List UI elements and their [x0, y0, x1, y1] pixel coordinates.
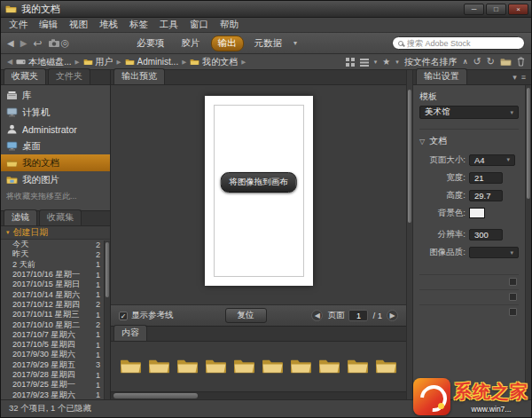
- watermark-text: 系统之家 www.win7...: [454, 380, 528, 414]
- reset-button[interactable]: 复位: [225, 308, 267, 323]
- template-dropdown[interactable]: 美术馆 ▾: [419, 106, 519, 119]
- menu-item[interactable]: 堆栈: [99, 19, 118, 31]
- resolution-input[interactable]: 300: [469, 229, 503, 241]
- tab-filter[interactable]: 滤镜: [4, 209, 37, 225]
- workspace-output[interactable]: 输出: [211, 35, 244, 51]
- group-expand-icon[interactable]: ▾: [6, 229, 10, 236]
- favorites-item-my-documents[interactable]: 我的文档: [1, 154, 110, 171]
- menu-item[interactable]: 帮助: [220, 19, 239, 31]
- menu-item[interactable]: 窗口: [190, 19, 208, 31]
- rating-caret-icon[interactable]: ▾: [395, 59, 399, 66]
- tab-output-settings[interactable]: 输出设置: [416, 68, 467, 84]
- favorites-item-library[interactable]: 库: [1, 87, 110, 104]
- camera-import-icon[interactable]: [48, 38, 60, 48]
- delete-icon[interactable]: [517, 57, 525, 67]
- breadcrumb-label: Administ...: [137, 57, 179, 67]
- tab-content[interactable]: 内容: [113, 325, 147, 341]
- menu-item[interactable]: 编辑: [39, 19, 58, 31]
- new-folder-icon[interactable]: [500, 58, 512, 67]
- search-input[interactable]: [407, 39, 519, 48]
- page-size-dropdown[interactable]: A4 ▾: [469, 154, 515, 166]
- folder-thumbnail[interactable]: [262, 358, 284, 375]
- scrollbar-thumb[interactable]: [408, 90, 411, 223]
- tab-output-preview[interactable]: 输出预览: [113, 68, 165, 84]
- option-checkbox[interactable]: [509, 278, 517, 286]
- list-view-icon[interactable]: [360, 58, 369, 67]
- forward-icon[interactable]: ▶: [20, 39, 27, 48]
- filter-group-created-date[interactable]: ▾ 创建日期: [1, 226, 110, 240]
- sort-by-filename[interactable]: 按文件名排序: [404, 56, 458, 68]
- output-settings-scrollbar[interactable]: [406, 70, 413, 399]
- breadcrumb-drive[interactable]: 本地磁盘...: [16, 56, 71, 68]
- content-horizontal-scrollbar[interactable]: [111, 391, 406, 399]
- breadcrumb-administrator[interactable]: Administ...: [125, 57, 179, 67]
- tab-collections[interactable]: 收藏集: [39, 209, 82, 225]
- folder-thumbnail[interactable]: [347, 358, 369, 375]
- favorites-item-desktop[interactable]: 桌面: [1, 138, 110, 154]
- folder-icon: [83, 59, 93, 66]
- folder-thumbnail[interactable]: [148, 358, 170, 375]
- scrollbar-thumb[interactable]: [527, 88, 530, 199]
- breadcrumb-users[interactable]: 用户: [83, 56, 113, 68]
- back-icon[interactable]: ◀: [7, 39, 14, 48]
- panel-caret-icon[interactable]: ▾: [512, 73, 517, 82]
- menu-item[interactable]: 标签: [129, 19, 148, 31]
- rotate-ccw-icon[interactable]: ↺: [473, 56, 481, 67]
- previous-page-icon[interactable]: ◀: [311, 310, 323, 321]
- scrollbar-thumb[interactable]: [113, 393, 198, 398]
- folder-thumbnail[interactable]: [233, 358, 255, 375]
- workspace-essentials[interactable]: 必要项: [130, 36, 171, 51]
- workspace-caret-icon[interactable]: ▾: [293, 39, 297, 47]
- right-panel-scrollbar[interactable]: [525, 85, 531, 399]
- camera-raw-icon[interactable]: ◎: [60, 38, 69, 48]
- workspace-metadata[interactable]: 元数据: [248, 36, 289, 51]
- folder-thumbnail[interactable]: [176, 358, 199, 375]
- folder-thumbnail[interactable]: [120, 358, 142, 375]
- favorites-item-computer[interactable]: 计算机: [1, 104, 110, 121]
- page-number-input[interactable]: [348, 310, 368, 321]
- option-checkbox[interactable]: [509, 308, 517, 316]
- menu-item[interactable]: 工具: [160, 19, 178, 31]
- tab-folders[interactable]: 文件夹: [48, 68, 90, 84]
- option-row[interactable]: [419, 274, 519, 289]
- maximize-button[interactable]: □: [486, 4, 506, 15]
- favorites-item-administrator[interactable]: Administrator: [1, 121, 110, 138]
- tab-favorites[interactable]: 收藏夹: [4, 68, 46, 84]
- sort-direction-icon[interactable]: ∧: [463, 58, 468, 66]
- search-box[interactable]: [392, 36, 525, 50]
- preview-canvas[interactable]: 将图像拖到画布: [111, 85, 406, 304]
- folder-thumbnail[interactable]: [290, 358, 312, 375]
- width-input[interactable]: 21: [469, 172, 503, 184]
- filter-row[interactable]: 2017/9/23 星期六 1: [1, 390, 103, 399]
- thumbnail-view-icon[interactable]: [346, 58, 355, 67]
- document-section-header[interactable]: ▽ 文档: [419, 129, 519, 147]
- favorites-item-my-pictures[interactable]: 我的图片: [1, 171, 110, 188]
- workspace-filmstrip[interactable]: 胶片: [176, 36, 207, 51]
- image-quality-dropdown[interactable]: ▾: [469, 247, 519, 258]
- folder-thumbnail[interactable]: [375, 358, 397, 375]
- option-row[interactable]: [419, 289, 519, 304]
- close-button[interactable]: ×: [508, 4, 528, 15]
- view-caret-icon[interactable]: ▾: [374, 59, 378, 66]
- filter-scrollbar[interactable]: [104, 241, 110, 399]
- background-color-swatch[interactable]: [469, 208, 485, 218]
- scrollbar-thumb[interactable]: [106, 242, 109, 297]
- next-page-icon[interactable]: ▶: [387, 310, 398, 321]
- folder-thumbnail[interactable]: [318, 358, 340, 375]
- path-back-icon[interactable]: ◀: [7, 59, 12, 66]
- rating-filter-icon[interactable]: ★: [382, 57, 390, 67]
- menu-item[interactable]: 文件: [9, 19, 27, 31]
- boomerang-icon[interactable]: ↩: [33, 38, 42, 49]
- breadcrumb-my-documents[interactable]: 我的文档: [190, 56, 238, 68]
- height-input[interactable]: 29.7: [469, 190, 503, 201]
- section-expand-icon[interactable]: ▽: [419, 138, 425, 146]
- rotate-cw-icon[interactable]: ↻: [487, 56, 495, 67]
- filter-group-label: 创建日期: [13, 226, 49, 239]
- folder-thumbnail[interactable]: [205, 358, 227, 375]
- minimize-button[interactable]: ─: [464, 4, 484, 15]
- menu-item[interactable]: 视图: [69, 19, 88, 31]
- option-row[interactable]: [419, 304, 519, 319]
- panel-menu-icon[interactable]: ≡: [521, 73, 526, 82]
- option-checkbox[interactable]: [509, 293, 517, 301]
- show-guides-checkbox[interactable]: ✓: [119, 312, 128, 320]
